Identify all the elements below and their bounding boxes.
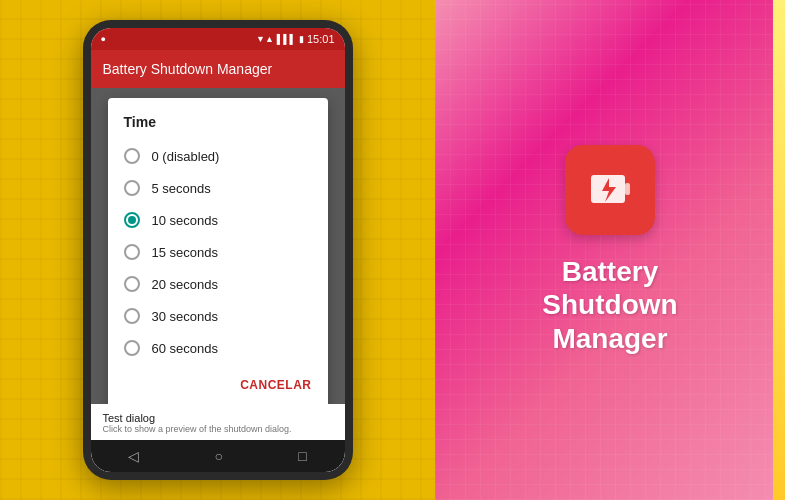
- radio-label-60: 60 seconds: [152, 341, 219, 356]
- svg-rect-1: [625, 183, 630, 195]
- radio-label-5: 5 seconds: [152, 181, 211, 196]
- radio-circle-15: [124, 244, 140, 260]
- status-bar: ● ▼▲ ▌▌▌ ▮ 15:01: [91, 28, 345, 50]
- home-button[interactable]: ○: [215, 448, 223, 464]
- radio-option-20[interactable]: 20 seconds: [108, 268, 328, 300]
- left-section: ● ▼▲ ▌▌▌ ▮ 15:01 Battery Shutdown Manage…: [0, 0, 435, 500]
- radio-circle-60: [124, 340, 140, 356]
- test-dialog-section[interactable]: Test dialog Click to show a preview of t…: [91, 404, 345, 440]
- phone-frame: ● ▼▲ ▌▌▌ ▮ 15:01 Battery Shutdown Manage…: [83, 20, 353, 480]
- battery-status-icon: ▮: [299, 34, 304, 44]
- radio-circle-20: [124, 276, 140, 292]
- phone-screen: ● ▼▲ ▌▌▌ ▮ 15:01 Battery Shutdown Manage…: [91, 28, 345, 472]
- radio-label-10: 10 seconds: [152, 213, 219, 228]
- time-dialog: Time 0 (disabled) 5 seconds: [108, 98, 328, 410]
- radio-circle-5: [124, 180, 140, 196]
- app-name-line1: Battery: [562, 256, 658, 287]
- test-dialog-subtitle: Click to show a preview of the shutdown …: [103, 424, 333, 434]
- radio-option-30[interactable]: 30 seconds: [108, 300, 328, 332]
- radio-option-0[interactable]: 0 (disabled): [108, 140, 328, 172]
- radio-option-10[interactable]: 10 seconds: [108, 204, 328, 236]
- status-bar-icons: ▼▲ ▌▌▌ ▮ 15:01: [256, 33, 335, 45]
- wifi-icon: ▼▲: [256, 34, 274, 44]
- cancel-button[interactable]: CANCELAR: [232, 372, 319, 398]
- radio-label-30: 30 seconds: [152, 309, 219, 324]
- recent-button[interactable]: □: [298, 448, 306, 464]
- sim-icon: ●: [101, 34, 106, 44]
- signal-icon: ▌▌▌: [277, 34, 296, 44]
- battery-icon-svg: [585, 165, 635, 215]
- bottom-content: Test dialog Click to show a preview of t…: [91, 404, 345, 440]
- main-content: Time 0 (disabled) 5 seconds: [91, 88, 345, 440]
- status-time: 15:01: [307, 33, 335, 45]
- dialog-overlay: Time 0 (disabled) 5 seconds: [91, 88, 345, 440]
- app-bar: Battery Shutdown Manager: [91, 50, 345, 88]
- radio-circle-30: [124, 308, 140, 324]
- radio-option-15[interactable]: 15 seconds: [108, 236, 328, 268]
- radio-circle-10: [124, 212, 140, 228]
- pencil-decoration: [773, 0, 785, 500]
- back-button[interactable]: ◁: [128, 448, 139, 464]
- app-icon: [565, 145, 655, 235]
- app-name-line2: Shutdown: [542, 289, 677, 320]
- test-dialog-title: Test dialog: [103, 412, 333, 424]
- radio-circle-0: [124, 148, 140, 164]
- radio-label-0: 0 (disabled): [152, 149, 220, 164]
- app-bar-title: Battery Shutdown Manager: [103, 61, 273, 77]
- right-section: Battery Shutdown Manager: [435, 0, 785, 500]
- status-bar-left: ●: [101, 34, 106, 44]
- radio-label-15: 15 seconds: [152, 245, 219, 260]
- app-name: Battery Shutdown Manager: [542, 255, 677, 356]
- radio-option-60[interactable]: 60 seconds: [108, 332, 328, 364]
- app-name-line3: Manager: [552, 323, 667, 354]
- nav-bar: ◁ ○ □: [91, 440, 345, 472]
- dialog-title: Time: [108, 114, 328, 140]
- radio-option-5[interactable]: 5 seconds: [108, 172, 328, 204]
- dialog-actions: CANCELAR: [108, 364, 328, 402]
- radio-label-20: 20 seconds: [152, 277, 219, 292]
